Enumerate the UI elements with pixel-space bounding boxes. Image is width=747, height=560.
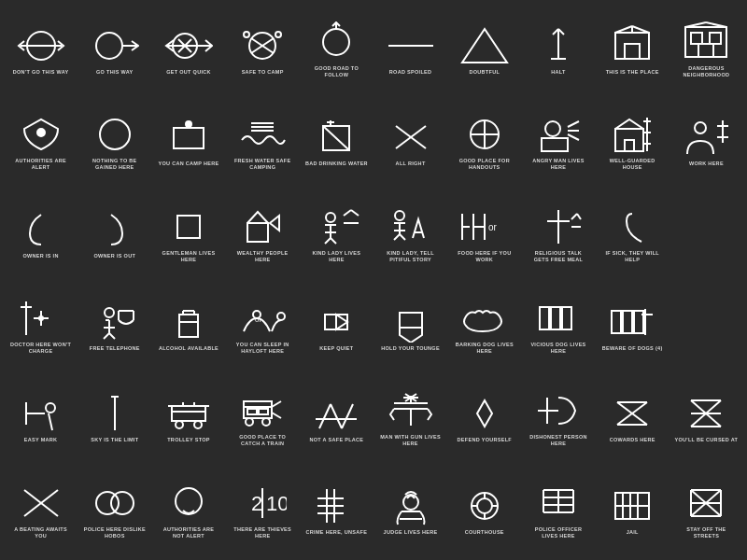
cell-work-here: WORK HERE <box>669 96 743 189</box>
svg-rect-56 <box>625 140 634 151</box>
label-owner-is-out: OWNER IS OUT <box>94 253 136 259</box>
label-a-beating-awaits-you: A BEATING AWAITS YOU <box>9 526 73 539</box>
svg-text:or: or <box>488 222 498 232</box>
cell-sky-is-the-limit: SKY IS THE LIMIT <box>78 372 151 465</box>
label-there-are-thieves-here: THERE ARE THIEVES HERE <box>231 526 294 539</box>
cell-food-here-if-you-work: or FOOD HERE IF YOU WORK <box>447 188 521 280</box>
cell-vicious-dog-lives-here: VICIOUS DOG LIVES HERE <box>521 280 595 372</box>
hobo-signs-grid: DON'T GO THIS WAY GO THIS WAY GET OUT QU… <box>0 0 747 560</box>
label-kind-lady-tell-pitiful-story: KIND LADY, TELL PITIFUL STORY <box>379 250 443 263</box>
cell-judge-lives-here: JUDGE LIVES HERE <box>374 464 447 556</box>
icon-easy-mark <box>17 392 65 435</box>
label-halt: HALT <box>551 69 565 76</box>
cell-you-can-camp-here: YOU CAN CAMP HERE <box>151 96 225 189</box>
cell-kind-lady-tell-pitiful-story: KIND LADY, TELL PITIFUL STORY <box>374 188 447 280</box>
svg-point-182 <box>111 492 134 514</box>
label-dishonest-person-here: DISHONEST PERSON HERE <box>527 434 590 447</box>
icon-all-right <box>387 116 435 159</box>
cell-good-place-to-catch-a-train: GOOD PLACE TO CATCH A TRAIN <box>226 372 300 465</box>
label-crime-here-unsafe: CRIME HERE, UNSAFE <box>306 529 368 536</box>
svg-line-52 <box>568 121 579 127</box>
icon-a-beating-awaits-you <box>17 482 65 525</box>
icon-judge-lives-here <box>387 484 435 527</box>
label-good-place-for-handouts: GOOD PLACE FOR HANDOUTS <box>453 158 516 171</box>
svg-point-146 <box>194 421 202 428</box>
svg-rect-21 <box>615 33 649 59</box>
cell-if-sick-they-will-help: IF SICK, THEY WILL HELP <box>596 188 669 280</box>
cell-owner-is-out: OWNER IS OUT <box>78 188 151 280</box>
svg-line-158 <box>319 404 331 428</box>
cell-youll-be-cursed-at: YOU'LL BE CURSED AT <box>669 372 743 465</box>
icon-crime-here-unsafe <box>312 484 360 527</box>
svg-line-139 <box>49 413 52 430</box>
icon-defend-yourself <box>460 392 509 435</box>
label-stay-off-the-streets: STAY OFF THE STREETS <box>674 526 738 539</box>
svg-line-156 <box>272 401 281 407</box>
label-gentleman-lives-here: GENTLEMAN LIVES HERE <box>157 250 220 263</box>
cell-dishonest-person-here: DISHONEST PERSON HERE <box>521 372 595 465</box>
cell-beware-of-dogs-4: BEWARE OF DOGS (4) <box>596 280 669 372</box>
label-you-can-sleep-in-hayloft-here: YOU CAN SLEEP IN HAYLOFT HERE <box>231 342 294 355</box>
label-authorities-are-not-alert: AUTHORITIES ARE NOT ALERT <box>157 526 220 539</box>
label-angry-man-lives-here: ANGRY MAN LIVES HERE <box>527 158 590 171</box>
label-courthouse: COURTHOUSE <box>465 529 504 536</box>
svg-point-119 <box>277 313 285 320</box>
cell-road-spoiled: ROAD SPOILED <box>374 4 447 96</box>
label-jail: JAIL <box>627 529 639 536</box>
svg-text:10: 10 <box>266 492 287 515</box>
label-dont-go-this-way: DON'T GO THIS WAY <box>13 69 69 76</box>
svg-point-12 <box>275 32 281 37</box>
cell-doctor-here-wont-charge: DOCTOR HERE WON'T CHARGE <box>4 280 78 372</box>
label-vicious-dog-lives-here: VICIOUS DOG LIVES HERE <box>527 342 590 355</box>
svg-text:2: 2 <box>251 492 262 515</box>
svg-line-44 <box>323 126 349 150</box>
svg-rect-125 <box>551 307 560 329</box>
svg-line-159 <box>331 404 342 428</box>
icon-wealthy-people-here <box>238 205 287 248</box>
icon-dangerous-neighborhood <box>682 21 730 63</box>
svg-line-96 <box>577 214 581 219</box>
cell-kind-lady-lives-here: KIND LADY LIVES HERE <box>300 188 374 280</box>
svg-rect-28 <box>710 33 721 44</box>
cell-dont-go-this-way: DON'T GO THIS WAY <box>4 4 78 96</box>
label-keep-quiet: KEEP QUIET <box>319 345 353 352</box>
icon-kind-lady-lives-here <box>312 205 360 248</box>
svg-marker-16 <box>462 29 507 63</box>
svg-point-103 <box>105 308 114 317</box>
cell-not-a-safe-place: NOT A SAFE PLACE <box>300 372 374 465</box>
cell-you-can-sleep-in-hayloft-here: or YOU CAN SLEEP IN HAYLOFT HERE <box>226 280 300 372</box>
svg-line-75 <box>325 238 331 244</box>
cell-doubtful: DOUBTFUL <box>447 4 521 96</box>
icon-halt <box>534 24 583 67</box>
cell-courthouse: COURTHOUSE <box>447 464 521 556</box>
icon-not-a-safe-place <box>312 392 360 435</box>
cell-gentleman-lives-here: GENTLEMAN LIVES HERE <box>151 188 225 280</box>
icon-hold-your-tounge <box>387 301 435 343</box>
icon-owner-is-in <box>17 208 65 251</box>
label-not-a-safe-place: NOT A SAFE PLACE <box>309 437 363 443</box>
icon-doctor-here-wont-charge <box>17 297 65 340</box>
svg-rect-25 <box>625 44 640 59</box>
icon-good-place-to-catch-a-train <box>238 389 287 432</box>
svg-point-192 <box>403 495 418 510</box>
svg-rect-130 <box>623 311 632 333</box>
icon-sky-is-the-limit <box>91 392 139 435</box>
icon-good-road-to-follow <box>312 21 360 63</box>
label-religious-talk-gets-free-meal: RELIGIOUS TALK GETS FREE MEAL <box>527 250 590 263</box>
svg-point-33 <box>100 119 130 149</box>
label-trolley-stop: TROLLEY STOP <box>167 437 210 443</box>
label-work-here: WORK HERE <box>689 161 724 167</box>
cell-fresh-water-safe-camping: FRESH WATER SAFE CAMPING <box>226 96 300 189</box>
svg-rect-143 <box>172 406 205 421</box>
icon-safe-to-camp <box>238 24 287 67</box>
svg-point-102 <box>39 316 43 320</box>
svg-line-76 <box>331 238 336 244</box>
cell-wealthy-people-here: WEALTHY PEOPLE HERE <box>226 188 300 280</box>
svg-rect-124 <box>540 307 549 329</box>
cell-get-out-quick: GET OUT QUICK <box>151 4 225 96</box>
icon-kind-lady-tell-pitiful-story <box>387 205 435 248</box>
cell-keep-quiet: KEEP QUIET <box>300 280 374 372</box>
svg-line-108 <box>109 333 115 339</box>
svg-point-154 <box>246 418 253 426</box>
cell-this-is-the-place: THIS IS THE PLACE <box>596 4 669 96</box>
